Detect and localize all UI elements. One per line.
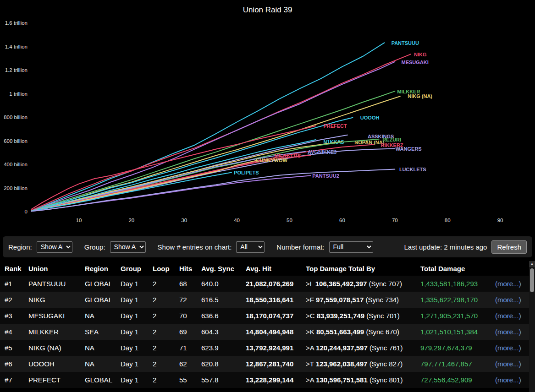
top-damage-cell: >C 83,939,251,749 (Sync 701) (306, 312, 420, 320)
top-damage-cell: >K 80,551,663,499 (Sync 670) (306, 328, 420, 336)
group-cell: Day 1 (121, 360, 153, 368)
union-cell: NIKG (NA) (28, 344, 85, 352)
total-damage-cell: 1,021,510,151,384 (420, 328, 495, 336)
leaderboard-table: Rank Union Region Group Loop Hits Avg. S… (0, 261, 535, 388)
hits-cell: 55 (179, 376, 201, 384)
total-damage-cell: 979,297,674,379 (420, 344, 495, 352)
y-axis-tick: 1.6 trillion (5, 20, 28, 26)
loop-cell: 2 (153, 312, 179, 320)
region-cell: GLOBAL (85, 280, 121, 288)
top-damage-cell: >F 97,559,078,517 (Sync 734) (306, 296, 420, 304)
avg-hit-cell: 21,082,076,269 (246, 280, 306, 288)
table-scrollbar[interactable]: ▲ (529, 261, 535, 392)
hits-cell: 70 (179, 312, 201, 320)
rank-cell: #7 (5, 376, 28, 384)
region-label: Region: (8, 243, 32, 251)
table-row[interactable]: #4 MILKKER SEA Day 1 2 69 604.3 14,804,4… (0, 324, 535, 340)
refresh-button[interactable]: Refresh (491, 240, 527, 254)
total-damage-cell: 797,771,467,857 (420, 360, 495, 368)
union-cell: PANTSUUU (28, 280, 85, 288)
series-label: AVGNIKKE3 (308, 149, 336, 155)
avg-sync-cell: 636.6 (201, 312, 246, 320)
total-damage-cell: 727,556,452,909 (420, 376, 495, 384)
group-select[interactable]: Show All (110, 241, 146, 253)
header-hits: Hits (179, 265, 201, 272)
series-label: CUNNYWOW (256, 158, 287, 163)
avg-hit-cell: 12,867,281,740 (246, 360, 306, 368)
scroll-up-icon[interactable]: ▲ (529, 261, 535, 267)
entries-select[interactable]: All (236, 241, 265, 253)
damage-line-chart: 1.6 trillion1.4 trillion1.2 trillion1 tr… (0, 0, 535, 233)
rank-cell: #3 (5, 312, 28, 320)
table-row[interactable]: #5 NIKG (NA) NA Day 1 2 71 623.9 13,792,… (0, 340, 535, 356)
header-region: Region (85, 265, 121, 272)
header-loop: Loop (153, 265, 179, 272)
loop-cell: 2 (153, 328, 179, 336)
series-label: UOOOH (360, 115, 380, 120)
hits-cell: 71 (179, 344, 201, 352)
x-axis-tick: 10 (76, 218, 82, 223)
x-axis-tick: 50 (287, 218, 292, 223)
y-axis-tick: 600 billion (4, 138, 28, 144)
avg-sync-cell: 640.0 (201, 280, 246, 288)
total-damage-cell: 1,335,622,798,170 (420, 296, 495, 304)
loop-cell: 2 (153, 296, 179, 304)
table-row[interactable]: #7 PREFECT GLOBAL Day 1 2 55 557.8 13,22… (0, 372, 535, 388)
group-cell: Day 1 (121, 328, 153, 336)
avg-sync-cell: 620.8 (201, 360, 246, 368)
hits-cell: 68 (179, 280, 201, 288)
hits-cell: 62 (179, 360, 201, 368)
series-label: NIKG (NA) (408, 93, 432, 99)
y-axis-tick: 1 trillion (9, 91, 28, 97)
avg-sync-cell: 616.5 (201, 296, 246, 304)
region-cell: NA (85, 344, 121, 352)
loop-cell: 2 (153, 344, 179, 352)
x-axis-tick: 80 (445, 218, 451, 223)
group-cell: Day 1 (121, 280, 153, 288)
top-damage-cell: >A 120,244,937,597 (Sync 761) (306, 344, 420, 352)
avg-hit-cell: 18,170,074,737 (246, 312, 306, 320)
header-group: Group (121, 265, 153, 272)
group-cell: Day 1 (121, 296, 153, 304)
header-total-damage: Total Damage (420, 265, 495, 272)
avg-hit-cell: 13,228,299,144 (246, 376, 306, 384)
table-body: #1 PANTSUUU GLOBAL Day 1 2 68 640.0 21,0… (0, 276, 535, 388)
avg-hit-cell: 13,792,924,991 (246, 344, 306, 352)
region-cell: NA (85, 312, 121, 320)
y-axis-tick: 200 billion (4, 185, 28, 191)
loop-cell: 2 (153, 280, 179, 288)
header-union: Union (28, 265, 85, 272)
table-header-row: Rank Union Region Group Loop Hits Avg. S… (0, 261, 535, 276)
total-damage-cell: 1,433,581,186,293 (420, 280, 495, 288)
rank-cell: #6 (5, 360, 28, 368)
last-update-text: Last update: 2 minutes ago (404, 243, 487, 251)
x-axis-tick: 60 (339, 218, 345, 223)
group-label: Group: (84, 243, 105, 251)
region-cell: GLOBAL (85, 376, 121, 384)
series-line (32, 118, 353, 211)
table-row[interactable]: #1 PANTSUUU GLOBAL Day 1 2 68 640.0 21,0… (0, 276, 535, 292)
page-title: Union Raid 39 (0, 5, 535, 15)
header-avg-hit: Avg. Hit (246, 265, 306, 272)
group-cell: Day 1 (121, 376, 153, 384)
scrollbar-thumb[interactable] (530, 268, 534, 292)
top-damage-cell: >T 123,962,038,497 (Sync 827) (306, 360, 420, 368)
table-row[interactable]: #6 UOOOH NA Day 1 2 62 620.8 12,867,281,… (0, 356, 535, 372)
rank-cell: #4 (5, 328, 28, 336)
loop-cell: 2 (153, 376, 179, 384)
number-format-label: Number format: (276, 243, 324, 251)
table-row[interactable]: #3 MESUGAKI NA Day 1 2 70 636.6 18,170,0… (0, 308, 535, 324)
union-cell: MESUGAKI (28, 312, 85, 320)
top-damage-cell: >A 130,596,751,581 (Sync 801) (306, 376, 420, 384)
series-line (32, 148, 395, 211)
table-row[interactable]: #2 NIKG GLOBAL Day 1 2 72 616.5 18,550,3… (0, 292, 535, 308)
x-axis-tick: 30 (181, 218, 187, 223)
number-format-select[interactable]: Full (329, 241, 373, 253)
top-damage-cell: >L 106,365,492,397 (Sync 707) (306, 280, 420, 288)
avg-sync-cell: 623.9 (201, 344, 246, 352)
region-select[interactable]: Show All (37, 241, 72, 253)
series-label: PANTSUU2 (312, 173, 339, 179)
avg-hit-cell: 14,804,494,948 (246, 328, 306, 336)
series-label: LUCKLETS (399, 167, 426, 172)
y-axis-tick: 800 billion (4, 114, 28, 120)
